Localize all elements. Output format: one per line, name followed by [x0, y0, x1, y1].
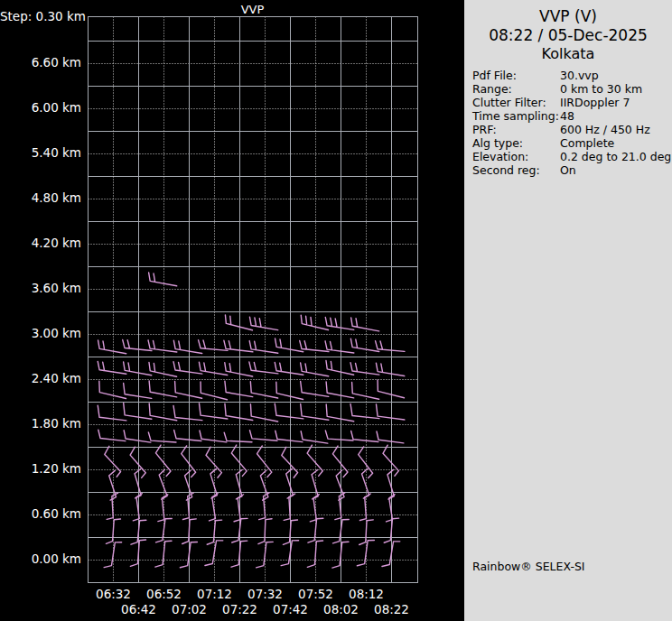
- vvp-window: VVP Step: 0.30 km 6.60 km6.00 km5.40 km4…: [0, 0, 672, 621]
- info-panel: VVP (V) 08:22 / 05-Dec-2025 Kolkata Pdf …: [464, 0, 672, 621]
- parameter-label: Clutter Filter:: [472, 96, 560, 109]
- parameter-row: PRF:600 Hz / 450 Hz: [472, 123, 672, 136]
- parameter-value: On: [560, 163, 576, 177]
- parameter-value: 600 Hz / 450 Hz: [560, 123, 650, 136]
- height-tick-label: 3.60 km: [0, 281, 81, 295]
- parameter-label: Alg type:: [472, 136, 560, 150]
- site-name: Kolkata: [464, 45, 672, 63]
- parameter-list: Pdf File:30.vvpRange:0 km to 30 kmClutte…: [464, 69, 672, 177]
- time-tick-label: 07:42: [266, 602, 316, 616]
- parameter-value: 0.2 deg to 21.0 deg: [560, 150, 671, 163]
- parameter-label: PRF:: [472, 123, 560, 136]
- parameter-row: Clutter Filter:IIRDoppler 7: [472, 96, 672, 109]
- time-tick-label: 06:42: [114, 602, 164, 616]
- parameter-value: 30.vvp: [560, 69, 599, 82]
- parameter-row: Elevation:0.2 deg to 21.0 deg: [472, 150, 672, 163]
- height-tick-label: 5.40 km: [0, 145, 81, 160]
- parameter-row: Alg type:Complete: [472, 136, 672, 150]
- time-tick-label: 07:02: [164, 602, 215, 616]
- time-tick-label: 07:12: [190, 587, 240, 601]
- height-tick-label: 4.20 km: [0, 236, 81, 250]
- time-tick-label: 07:52: [291, 587, 341, 601]
- parameter-row: Second reg:On: [472, 163, 672, 177]
- parameter-row: Pdf File:30.vvp: [472, 69, 672, 82]
- height-tick-label: 4.80 km: [0, 190, 81, 205]
- height-tick-label: 0.60 km: [0, 506, 81, 521]
- parameter-label: Elevation:: [472, 150, 560, 163]
- height-tick-label: 6.00 km: [0, 100, 81, 115]
- time-tick-label: 08:02: [316, 602, 367, 616]
- parameter-value: Complete: [560, 136, 614, 150]
- height-tick-label: 6.60 km: [0, 55, 81, 70]
- parameter-row: Time sampling:48: [472, 109, 672, 123]
- time-tick-label: 08:12: [341, 587, 392, 601]
- height-tick-label: 0.00 km: [0, 551, 81, 566]
- time-tick-label: 07:22: [215, 602, 266, 616]
- height-tick-label: 3.00 km: [0, 326, 81, 340]
- height-tick-label: 2.40 km: [0, 371, 81, 385]
- time-tick-label: 07:32: [240, 587, 291, 601]
- product-title: VVP (V): [464, 7, 672, 26]
- scan-datetime: 08:22 / 05-Dec-2025: [464, 26, 672, 45]
- brand-label: Rainbow® SELEX-SI: [472, 560, 585, 573]
- time-tick-label: 08:22: [367, 602, 417, 616]
- parameter-label: Pdf File:: [472, 69, 560, 82]
- time-tick-label: 06:32: [89, 587, 139, 601]
- wind-barb-chart: [0, 0, 464, 621]
- step-label: Step: 0.30 km: [0, 9, 81, 23]
- parameter-row: Range:0 km to 30 km: [472, 82, 672, 96]
- parameter-value: 0 km to 30 km: [560, 82, 642, 96]
- height-tick-label: 1.80 km: [0, 416, 81, 431]
- parameter-label: Second reg:: [472, 163, 560, 177]
- parameter-value: 48: [560, 109, 574, 123]
- height-tick-label: 1.20 km: [0, 461, 81, 476]
- plot-title: VVP: [88, 3, 417, 16]
- parameter-label: Range:: [472, 82, 560, 96]
- parameter-label: Time sampling:: [472, 109, 560, 123]
- time-tick-label: 06:52: [139, 587, 190, 601]
- parameter-value: IIRDoppler 7: [560, 96, 630, 109]
